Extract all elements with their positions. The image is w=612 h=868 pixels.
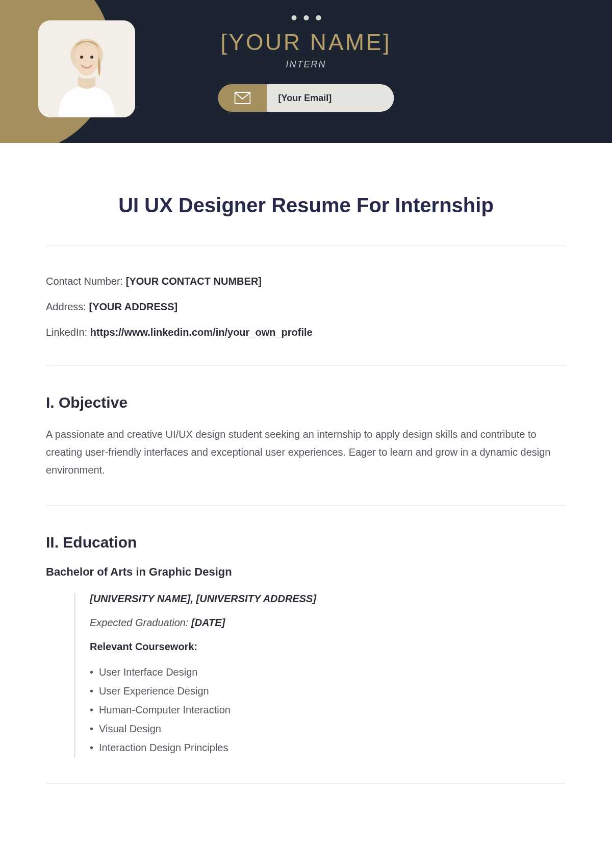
dot-icon xyxy=(316,15,321,20)
contact-address: Address: [YOUR ADDRESS] xyxy=(46,300,566,314)
dot-icon xyxy=(303,15,309,20)
divider xyxy=(46,783,566,784)
coursework-label: Relevant Coursework: xyxy=(90,641,566,653)
role-subheading: INTERN xyxy=(218,59,394,70)
avatar xyxy=(38,20,135,117)
svg-point-3 xyxy=(90,56,93,59)
objective-text: A passionate and creative UI/UX design s… xyxy=(46,426,566,479)
objective-heading: I. Objective xyxy=(46,394,566,411)
contact-linkedin: LinkedIn: https://www.linkedin.com/in/yo… xyxy=(46,325,566,339)
contact-linkedin-value: https://www.linkedin.com/in/your_own_pro… xyxy=(90,327,313,338)
university-value: [UNIVERSITY NAME], [UNIVERSITY ADDRESS] xyxy=(90,593,316,604)
objective-section: I. Objective A passionate and creative U… xyxy=(46,366,566,505)
graduation-line: Expected Graduation: [DATE] xyxy=(90,617,566,629)
university-line: [UNIVERSITY NAME], [UNIVERSITY ADDRESS] xyxy=(90,593,566,605)
email-icon-box xyxy=(218,84,267,112)
contact-block: Contact Number: [YOUR CONTACT NUMBER] Ad… xyxy=(46,246,566,365)
resume-header: [YOUR NAME] INTERN [Your Email] xyxy=(0,0,612,143)
contact-address-label: Address: xyxy=(46,301,89,312)
email-pill: [Your Email] xyxy=(218,84,394,112)
email-text: [Your Email] xyxy=(267,84,394,112)
contact-phone-label: Contact Number: xyxy=(46,276,126,287)
mail-icon xyxy=(235,92,251,104)
header-center: [YOUR NAME] INTERN [Your Email] xyxy=(218,15,394,112)
dot-icon xyxy=(291,15,296,20)
education-heading: II. Education xyxy=(46,534,566,551)
contact-phone-value: [YOUR CONTACT NUMBER] xyxy=(126,276,262,287)
list-item: Interaction Design Principles xyxy=(99,738,566,757)
name-heading: [YOUR NAME] xyxy=(218,30,394,55)
contact-linkedin-label: LinkedIn: xyxy=(46,327,90,338)
decorative-dots xyxy=(218,15,394,20)
list-item: Visual Design xyxy=(99,720,566,738)
avatar-placeholder-icon xyxy=(38,20,135,117)
contact-phone: Contact Number: [YOUR CONTACT NUMBER] xyxy=(46,274,566,288)
contact-address-value: [YOUR ADDRESS] xyxy=(89,301,177,312)
education-details: [UNIVERSITY NAME], [UNIVERSITY ADDRESS] … xyxy=(74,593,566,757)
list-item: User Experience Design xyxy=(99,682,566,701)
education-section: II. Education Bachelor of Arts in Graphi… xyxy=(46,506,566,783)
degree-title: Bachelor of Arts in Graphic Design xyxy=(46,565,566,579)
svg-point-2 xyxy=(80,56,83,59)
graduation-label: Expected Graduation: xyxy=(90,617,191,628)
list-item: Human-Computer Interaction xyxy=(99,701,566,720)
graduation-value: [DATE] xyxy=(191,617,225,628)
list-item: User Interface Design xyxy=(99,663,566,682)
course-list: User Interface Design User Experience De… xyxy=(90,663,566,757)
page-title: UI UX Designer Resume For Internship xyxy=(46,194,566,217)
resume-content: UI UX Designer Resume For Internship Con… xyxy=(0,143,612,814)
